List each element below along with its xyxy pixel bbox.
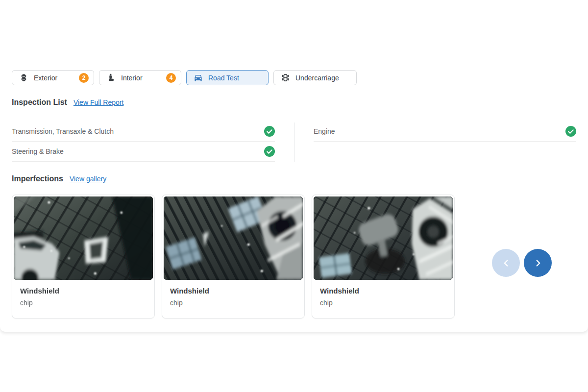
tab-label: Interior [121,74,143,82]
page: { "tabs": [ { "label": "Exterior", "badg… [0,0,588,392]
inspection-item: Transmission, Transaxle & Clutch [12,122,275,142]
imperfection-type: chip [20,299,147,307]
chevron-left-icon [501,258,512,269]
category-tabs: Exterior 2 Interior 4 Road Test [12,70,357,85]
undercarriage-icon [281,73,290,82]
carousel-prev-button[interactable] [492,249,520,277]
windshield-chip-photo [314,196,453,280]
issue-count-badge: 2 [79,73,89,83]
inspection-report-panel: Exterior 2 Interior 4 Road Test [0,0,588,332]
column-divider [294,122,294,162]
windshield-chip-photo [14,196,153,280]
inspection-item-label: Engine [314,127,335,135]
imperfection-card-meta: Windshield chip [162,280,304,307]
imperfection-type: chip [170,299,296,307]
inspection-list-header: Inspection List View Full Report [12,98,123,107]
imperfection-card-meta: Windshield chip [312,280,454,307]
imperfection-part: Windshield [320,287,446,295]
tab-road-test[interactable]: Road Test [186,70,269,85]
imperfections-title: Imperfections [12,174,63,183]
pass-check-icon [264,126,275,137]
imperfection-part: Windshield [20,287,147,295]
tab-label: Undercarriage [295,74,339,82]
imperfection-part: Windshield [170,287,296,295]
inspection-list-left-column: Transmission, Transaxle & Clutch Steerin… [12,122,275,162]
car-exterior-icon [19,73,28,82]
imperfection-cards: Windshield chip [12,195,455,318]
imperfection-card[interactable]: Windshield chip [12,195,155,318]
view-gallery-link[interactable]: View gallery [70,175,106,183]
pass-check-icon [264,146,275,157]
windshield-chip-photo [164,196,303,280]
imperfection-card[interactable]: Windshield chip [312,195,455,318]
inspection-list-right-column: Engine [314,122,576,142]
tab-undercarriage[interactable]: Undercarriage [273,70,357,85]
car-front-icon [194,73,203,82]
tab-exterior[interactable]: Exterior 2 [12,70,94,85]
view-full-report-link[interactable]: View Full Report [74,98,123,106]
tab-label: Exterior [34,74,57,82]
tab-interior[interactable]: Interior 4 [99,70,181,85]
imperfections-header: Imperfections View gallery [12,174,106,183]
inspection-item: Steering & Brake [12,142,275,162]
imperfection-type: chip [320,299,446,307]
inspection-item: Engine [314,122,576,142]
car-seat-icon [106,73,116,82]
imperfection-card[interactable]: Windshield chip [162,195,305,318]
pass-check-icon [565,126,576,137]
tab-label: Road Test [208,74,239,82]
inspection-item-label: Steering & Brake [12,147,64,155]
chevron-right-icon [533,258,543,269]
imperfection-card-meta: Windshield chip [12,280,154,307]
inspection-list-title: Inspection List [12,98,67,107]
carousel-next-button[interactable] [524,249,552,277]
issue-count-badge: 4 [166,73,176,83]
inspection-item-label: Transmission, Transaxle & Clutch [12,127,114,135]
